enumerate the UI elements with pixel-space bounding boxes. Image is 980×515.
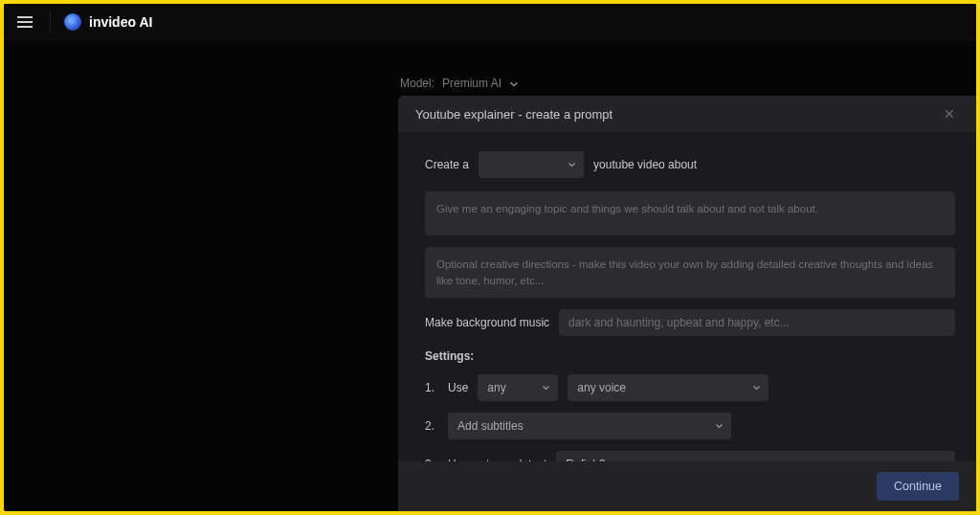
chevron-down-icon: [509, 79, 519, 89]
subtitles-dropdown[interactable]: Add subtitles: [448, 413, 731, 439]
row1-number: 1.: [425, 381, 438, 394]
create-row: Create a youtube video about: [425, 151, 955, 178]
gender-value: any: [487, 381, 505, 394]
settings-row-1: 1. Use any any voice: [425, 374, 955, 401]
brand-logo[interactable]: invideo AI: [64, 13, 152, 31]
gender-dropdown[interactable]: any: [478, 374, 558, 401]
music-label: Make background music: [425, 316, 549, 329]
model-value: Premium AI: [442, 77, 501, 90]
row2-number: 2.: [425, 419, 438, 433]
chevron-down-icon: [752, 384, 761, 392]
continue-button[interactable]: Continue: [877, 472, 959, 501]
topic-input[interactable]: Give me an engaging topic and things we …: [425, 191, 955, 235]
row1-use-label: Use: [448, 381, 468, 394]
chevron-down-icon: [568, 161, 576, 169]
music-input[interactable]: [559, 309, 955, 336]
panel-title: Youtube explainer - create a prompt: [415, 107, 612, 122]
model-label: Model:: [400, 77, 434, 90]
video-type-dropdown[interactable]: [479, 151, 584, 178]
voice-value: any voice: [577, 381, 626, 394]
panel-header: Youtube explainer - create a prompt ✕: [398, 96, 976, 132]
voice-dropdown[interactable]: any voice: [568, 374, 768, 401]
create-pre-label: Create a: [425, 158, 469, 171]
chevron-down-icon: [542, 384, 550, 392]
settings-row-2: 2. Add subtitles: [425, 413, 955, 439]
close-icon[interactable]: ✕: [940, 102, 959, 125]
panel-body: Create a youtube video about Give me an …: [398, 132, 976, 511]
music-row: Make background music: [425, 309, 955, 336]
create-post-label: youtube video about: [593, 158, 697, 171]
settings-heading: Settings:: [425, 349, 955, 363]
topbar: invideo AI: [4, 4, 976, 40]
brand-name: invideo AI: [89, 14, 152, 30]
logo-icon: [64, 13, 81, 31]
panel-footer: Continue: [398, 461, 976, 511]
prompt-panel: Youtube explainer - create a prompt ✕ Cr…: [398, 96, 976, 511]
menu-icon[interactable]: [13, 12, 36, 32]
directions-input[interactable]: Optional creative directions - make this…: [425, 247, 955, 298]
subtitles-value: Add subtitles: [457, 419, 523, 433]
model-row[interactable]: Model: Premium AI: [400, 77, 519, 90]
divider: [50, 11, 51, 33]
chevron-down-icon: [715, 422, 724, 431]
